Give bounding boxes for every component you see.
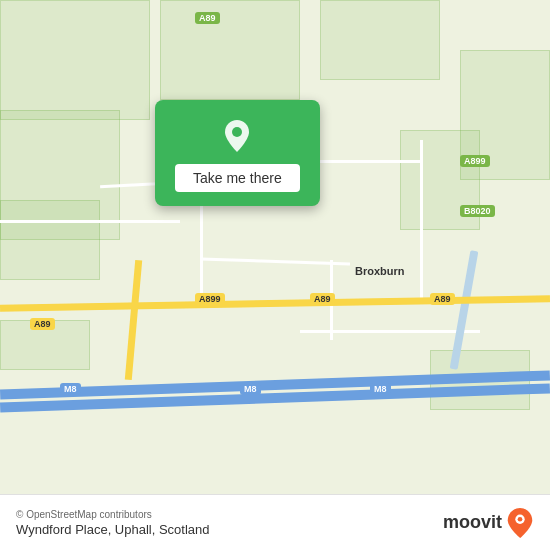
minor-road: [320, 160, 420, 163]
minor-road: [420, 140, 423, 300]
road-label-a89-3: A89: [30, 318, 55, 330]
svg-point-0: [232, 127, 242, 137]
field-patch: [0, 200, 100, 280]
road-label-m8-3: M8: [370, 383, 391, 395]
road-label-m8-2: M8: [240, 383, 261, 395]
minor-road: [300, 330, 480, 333]
take-me-there-button[interactable]: Take me there: [175, 164, 300, 192]
road-label-a899: A899: [195, 293, 225, 305]
popup-card[interactable]: Take me there: [155, 100, 320, 206]
town-label-broxburn: Broxburn: [355, 265, 405, 277]
field-patch: [0, 0, 150, 120]
moovit-logo: moovit: [443, 507, 534, 539]
location-text: Wyndford Place, Uphall, Scotland: [16, 522, 210, 537]
moovit-pin-icon: [506, 507, 534, 539]
moovit-logo-text: moovit: [443, 512, 502, 533]
road-label-b8020-2: B8020: [460, 205, 495, 217]
road-label-a89-2: A89: [430, 293, 455, 305]
minor-road: [200, 257, 350, 265]
field-patch: [160, 0, 300, 100]
app-container: A89 A899 B8020 A899 A89 A89 M8 M8 M8 A89…: [0, 0, 550, 550]
map-area[interactable]: A89 A899 B8020 A899 A89 A89 M8 M8 M8 A89…: [0, 0, 550, 494]
bottom-bar: © OpenStreetMap contributors Wyndford Pl…: [0, 494, 550, 550]
road-label-b8020: A899: [460, 155, 490, 167]
minor-road: [0, 220, 180, 223]
svg-point-2: [518, 516, 523, 521]
location-pin-icon: [217, 116, 257, 156]
map-canvas: A89 A899 B8020 A899 A89 A89 M8 M8 M8 A89…: [0, 0, 550, 494]
road-label-m8-1: M8: [60, 383, 81, 395]
road-label-b8046: A89: [195, 12, 220, 24]
road-label-a89: A89: [310, 293, 335, 305]
road-a899: [125, 260, 142, 380]
field-patch: [320, 0, 440, 80]
copyright-text: © OpenStreetMap contributors: [16, 509, 210, 520]
